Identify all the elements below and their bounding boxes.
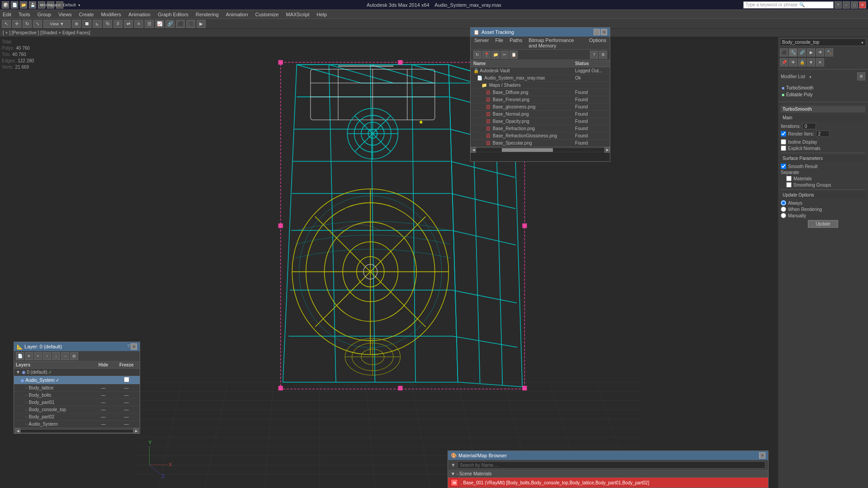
asset-config-btn[interactable]: ⚙ — [599, 51, 607, 59]
asset-menu-file[interactable]: File — [494, 38, 504, 48]
update-button[interactable]: Update — [808, 220, 838, 228]
mod-show-icon[interactable]: 👁 — [789, 58, 797, 66]
asset-help-btn[interactable]: ? — [590, 51, 598, 59]
search-box[interactable]: Type a keyword or phrase 🔍 — [743, 1, 834, 9]
display-icon[interactable]: 👁 — [816, 48, 824, 56]
curve-editor[interactable]: 📈 — [155, 20, 164, 28]
menu-maxscript[interactable]: MAXScript — [285, 12, 311, 17]
menu-rendering[interactable]: Rendering — [195, 12, 220, 17]
always-radio[interactable] — [781, 200, 786, 206]
help-icon[interactable]: ? — [835, 1, 842, 9]
layer-delete-btn[interactable]: ✕ — [25, 352, 33, 360]
menu-modifiers[interactable]: Modifiers — [100, 12, 122, 17]
smoothing-groups-checkbox[interactable] — [786, 182, 792, 188]
table-row[interactable]: ○ Audio_System — — — [14, 421, 140, 428]
snap-tool[interactable]: 🔲 — [82, 20, 91, 28]
mod-delete-icon[interactable]: ✕ — [816, 58, 824, 66]
workspace-btn[interactable]: Workspace: Default — [56, 1, 63, 9]
table-row[interactable]: 🔒 Autodesk Vault Logged Out... — [471, 67, 610, 75]
open-btn[interactable]: 📂 — [20, 1, 27, 9]
table-row[interactable]: 🖼 Base_Specular.png Found — [471, 140, 610, 147]
schematic-view[interactable]: 🔗 — [165, 20, 175, 28]
layer-move-up-btn[interactable]: ↑ — [43, 352, 51, 360]
asset-menu-server[interactable]: Server — [473, 38, 490, 48]
table-row[interactable]: 📄 Audio_System_max_vray.max Ok — [471, 75, 610, 82]
asset-scroll-left[interactable]: ◀ — [471, 147, 476, 153]
table-row[interactable]: ○ Body_bolts — — — [14, 392, 140, 399]
create-icon[interactable]: ⬛ — [780, 48, 788, 56]
isoline-checkbox[interactable] — [781, 139, 786, 145]
hierarchy-icon[interactable]: 🔗 — [798, 48, 806, 56]
menu-create[interactable]: Create — [78, 12, 94, 17]
angle-snap[interactable]: ⊾ — [93, 20, 102, 28]
motion-icon[interactable]: ▶ — [807, 48, 815, 56]
menu-graph-editors[interactable]: Graph Editors — [157, 12, 189, 17]
asset-menu-options[interactable]: Options — [588, 38, 607, 48]
mod-pin-icon[interactable]: 📌 — [780, 58, 788, 66]
menu-tools[interactable]: Tools — [18, 12, 31, 17]
mat-search-input[interactable] — [458, 461, 765, 469]
layer-mgr[interactable]: ☰ — [145, 20, 154, 28]
table-row[interactable]: 📁 Maps / Shaders — [471, 82, 610, 89]
asset-scroll-track[interactable] — [476, 148, 604, 152]
menu-group[interactable]: Group — [37, 12, 52, 17]
asset-path-btn[interactable]: 📁 — [491, 51, 500, 59]
scale-tool[interactable]: ⤡ — [33, 20, 42, 28]
table-row[interactable]: 🖼 Base_Diffuse.png Found — [471, 89, 610, 96]
utilities-icon[interactable]: 🔨 — [825, 48, 833, 56]
select-tool[interactable]: ↖ — [2, 20, 11, 28]
new-btn[interactable]: 📄 — [11, 1, 18, 9]
mat-section-header[interactable]: ▼ - Scene Materials — [448, 470, 768, 478]
asset-refresh-btn[interactable]: ↻ — [473, 51, 481, 59]
table-row[interactable]: 🖼 Base_Refraction.png Found — [471, 125, 610, 132]
smooth-result-checkbox[interactable] — [781, 164, 786, 169]
ref-coord[interactable]: View ▼ — [43, 20, 71, 28]
asset-minimize-btn[interactable]: _ — [594, 29, 600, 35]
render-iters-checkbox[interactable] — [781, 131, 786, 136]
minimize-btn[interactable]: − — [843, 1, 850, 9]
layer-scrollbar[interactable]: ◀ ▶ — [14, 428, 140, 433]
layer-select-btn[interactable]: → — [61, 352, 69, 360]
modifier-editable-poly[interactable]: ■ Editable Poly — [780, 91, 866, 98]
when-rendering-radio[interactable] — [781, 206, 786, 212]
table-row[interactable]: 🖼 Base_Opacity.png Found — [471, 118, 610, 125]
render-setup[interactable]: 🎥 — [186, 20, 195, 28]
explicit-normals-checkbox[interactable] — [781, 145, 786, 151]
asset-copy-btn[interactable]: 📋 — [509, 51, 518, 59]
layer-scroll-right[interactable]: ▶ — [133, 428, 139, 434]
mat-close-btn[interactable]: ✕ — [759, 452, 765, 459]
menu-help[interactable]: Help — [316, 12, 328, 17]
table-row[interactable]: ○ Body_lattice — — — [14, 385, 140, 392]
layer-add-btn[interactable]: + — [34, 352, 42, 360]
table-row[interactable]: 🖼 Base_RefractionGlossiness.png Found — [471, 132, 610, 140]
mat-item-base001[interactable]: M . Base_001 (VRayMtl) [Body_bolts,Body_… — [448, 478, 768, 488]
table-row[interactable]: ○ Body_console_top — — — [14, 406, 140, 413]
table-row[interactable]: 🖼 Base_Normal.png Found — [471, 111, 610, 118]
table-row[interactable]: ○ Body_part02 — — — [14, 413, 140, 421]
mirror-tool[interactable]: ⇄ — [124, 20, 133, 28]
object-name-field[interactable]: Body_console_top — [780, 38, 866, 46]
layer-move-down-btn[interactable]: ↓ — [52, 352, 60, 360]
layer-merge-btn[interactable]: ⊞ — [70, 352, 78, 360]
table-row[interactable]: ○ Body_part01 — — — [14, 399, 140, 406]
table-row[interactable]: 🖼 Base_Fresnel.png Found — [471, 96, 610, 103]
modifier-turbosmooth[interactable]: ■ TurboSmooth — [780, 84, 866, 91]
manually-radio[interactable] — [781, 213, 786, 218]
rotate-tool[interactable]: ↻ — [23, 20, 32, 28]
align-tool[interactable]: ≡ — [134, 20, 143, 28]
layer-freeze-audio-checkbox[interactable] — [124, 377, 129, 382]
maximize-btn[interactable]: □ — [851, 1, 858, 9]
mod-collapse-icon[interactable]: ▼ — [807, 58, 815, 66]
percent-snap[interactable]: % — [103, 20, 112, 28]
asset-scroll-thumb[interactable] — [502, 148, 553, 152]
save-btn[interactable]: 💾 — [29, 1, 36, 9]
menu-animation[interactable]: Animation — [127, 12, 151, 17]
asset-scrollbar[interactable]: ◀ ▶ — [471, 147, 610, 152]
modify-icon[interactable]: 🔧 — [789, 48, 797, 56]
asset-locate-btn[interactable]: 📍 — [482, 51, 491, 59]
materials-checkbox[interactable] — [786, 176, 792, 181]
layer-new-btn[interactable]: 📄 — [16, 352, 24, 360]
layer-help-btn[interactable]: ? — [127, 343, 130, 350]
asset-close-btn[interactable]: ✕ — [601, 29, 607, 35]
menu-customize[interactable]: Customize — [255, 12, 280, 17]
